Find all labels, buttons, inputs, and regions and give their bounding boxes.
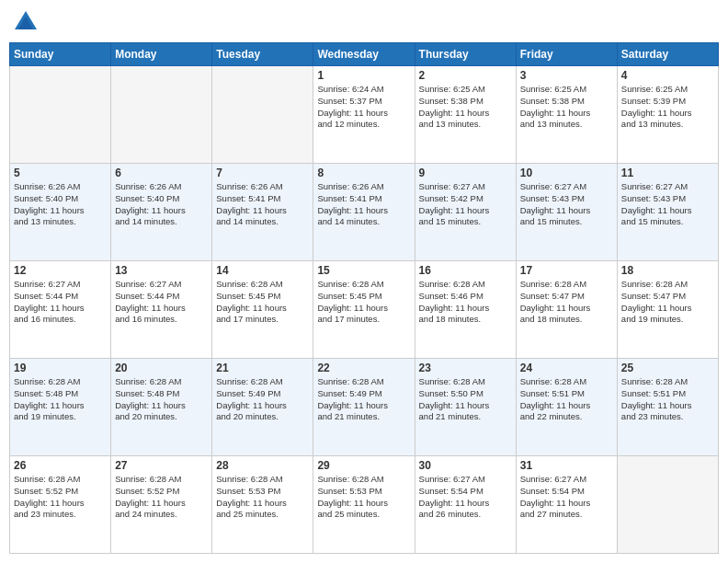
logo-icon: [13, 9, 39, 35]
day-number: 31: [520, 459, 613, 472]
day-info: Sunrise: 6:28 AMSunset: 5:52 PMDaylight:…: [14, 474, 107, 521]
calendar-day-cell: 11Sunrise: 6:27 AMSunset: 5:43 PMDayligh…: [617, 164, 718, 261]
day-info: Sunrise: 6:28 AMSunset: 5:53 PMDaylight:…: [216, 474, 309, 521]
day-info: Sunrise: 6:28 AMSunset: 5:51 PMDaylight:…: [621, 376, 714, 423]
calendar-day-cell: 1Sunrise: 6:24 AMSunset: 5:37 PMDaylight…: [313, 66, 415, 164]
calendar-day-cell: 19Sunrise: 6:28 AMSunset: 5:48 PMDayligh…: [10, 359, 111, 456]
day-number: 1: [317, 69, 410, 82]
calendar-day-cell: 23Sunrise: 6:28 AMSunset: 5:50 PMDayligh…: [415, 359, 516, 456]
calendar-day-cell: [10, 66, 111, 164]
calendar-day-cell: 6Sunrise: 6:26 AMSunset: 5:40 PMDaylight…: [111, 164, 212, 261]
calendar-header-tuesday: Tuesday: [212, 43, 313, 66]
day-number: 13: [115, 264, 208, 277]
day-number: 25: [621, 362, 714, 374]
day-info: Sunrise: 6:27 AMSunset: 5:54 PMDaylight:…: [419, 474, 512, 521]
calendar-day-cell: 28Sunrise: 6:28 AMSunset: 5:53 PMDayligh…: [212, 456, 313, 554]
day-info: Sunrise: 6:28 AMSunset: 5:45 PMDaylight:…: [216, 279, 309, 326]
calendar-header-saturday: Saturday: [617, 43, 718, 66]
day-number: 22: [317, 362, 410, 374]
day-info: Sunrise: 6:28 AMSunset: 5:48 PMDaylight:…: [115, 376, 208, 423]
day-number: 3: [520, 69, 613, 82]
day-number: 6: [115, 167, 208, 179]
day-number: 4: [621, 69, 714, 82]
logo: [13, 9, 42, 35]
day-number: 16: [419, 264, 512, 277]
day-info: Sunrise: 6:26 AMSunset: 5:40 PMDaylight:…: [115, 181, 208, 228]
calendar-day-cell: [111, 66, 212, 164]
day-number: 26: [14, 459, 107, 472]
day-number: 29: [317, 459, 410, 472]
day-number: 20: [115, 362, 208, 374]
day-number: 7: [216, 167, 309, 179]
day-number: 10: [520, 167, 613, 179]
day-info: Sunrise: 6:25 AMSunset: 5:38 PMDaylight:…: [520, 84, 613, 131]
day-number: 2: [419, 69, 512, 82]
day-number: 8: [317, 167, 410, 179]
calendar-day-cell: 25Sunrise: 6:28 AMSunset: 5:51 PMDayligh…: [617, 359, 718, 456]
day-info: Sunrise: 6:28 AMSunset: 5:47 PMDaylight:…: [621, 279, 714, 326]
day-number: 14: [216, 264, 309, 277]
calendar-header-friday: Friday: [516, 43, 617, 66]
calendar-day-cell: 9Sunrise: 6:27 AMSunset: 5:42 PMDaylight…: [415, 164, 516, 261]
calendar-day-cell: 2Sunrise: 6:25 AMSunset: 5:38 PMDaylight…: [415, 66, 516, 164]
calendar-day-cell: 30Sunrise: 6:27 AMSunset: 5:54 PMDayligh…: [415, 456, 516, 554]
calendar-day-cell: 22Sunrise: 6:28 AMSunset: 5:49 PMDayligh…: [313, 359, 415, 456]
day-number: 21: [216, 362, 309, 374]
day-number: 19: [14, 362, 107, 374]
day-number: 28: [216, 459, 309, 472]
day-info: Sunrise: 6:27 AMSunset: 5:43 PMDaylight:…: [520, 181, 613, 228]
day-number: 23: [419, 362, 512, 374]
calendar-day-cell: 14Sunrise: 6:28 AMSunset: 5:45 PMDayligh…: [212, 261, 313, 359]
day-info: Sunrise: 6:26 AMSunset: 5:41 PMDaylight:…: [317, 181, 410, 228]
calendar-week-row: 19Sunrise: 6:28 AMSunset: 5:48 PMDayligh…: [10, 359, 719, 456]
calendar-week-row: 26Sunrise: 6:28 AMSunset: 5:52 PMDayligh…: [10, 456, 719, 554]
calendar-day-cell: 12Sunrise: 6:27 AMSunset: 5:44 PMDayligh…: [10, 261, 111, 359]
calendar-day-cell: 31Sunrise: 6:27 AMSunset: 5:54 PMDayligh…: [516, 456, 617, 554]
day-info: Sunrise: 6:28 AMSunset: 5:48 PMDaylight:…: [14, 376, 107, 423]
day-info: Sunrise: 6:28 AMSunset: 5:52 PMDaylight:…: [115, 474, 208, 521]
day-info: Sunrise: 6:27 AMSunset: 5:42 PMDaylight:…: [419, 181, 512, 228]
day-info: Sunrise: 6:28 AMSunset: 5:53 PMDaylight:…: [317, 474, 410, 521]
calendar-day-cell: 18Sunrise: 6:28 AMSunset: 5:47 PMDayligh…: [617, 261, 718, 359]
day-info: Sunrise: 6:27 AMSunset: 5:43 PMDaylight:…: [621, 181, 714, 228]
day-info: Sunrise: 6:28 AMSunset: 5:46 PMDaylight:…: [419, 279, 512, 326]
day-info: Sunrise: 6:27 AMSunset: 5:44 PMDaylight:…: [115, 279, 208, 326]
day-number: 9: [419, 167, 512, 179]
calendar-day-cell: 16Sunrise: 6:28 AMSunset: 5:46 PMDayligh…: [415, 261, 516, 359]
day-info: Sunrise: 6:27 AMSunset: 5:54 PMDaylight:…: [520, 474, 613, 521]
calendar-header-monday: Monday: [111, 43, 212, 66]
day-number: 24: [520, 362, 613, 374]
day-number: 17: [520, 264, 613, 277]
day-info: Sunrise: 6:27 AMSunset: 5:44 PMDaylight:…: [14, 279, 107, 326]
page: SundayMondayTuesdayWednesdayThursdayFrid…: [0, 0, 728, 563]
calendar-day-cell: 24Sunrise: 6:28 AMSunset: 5:51 PMDayligh…: [516, 359, 617, 456]
calendar-day-cell: 8Sunrise: 6:26 AMSunset: 5:41 PMDaylight…: [313, 164, 415, 261]
day-info: Sunrise: 6:28 AMSunset: 5:50 PMDaylight:…: [419, 376, 512, 423]
calendar-day-cell: 7Sunrise: 6:26 AMSunset: 5:41 PMDaylight…: [212, 164, 313, 261]
day-info: Sunrise: 6:28 AMSunset: 5:45 PMDaylight:…: [317, 279, 410, 326]
calendar-day-cell: 29Sunrise: 6:28 AMSunset: 5:53 PMDayligh…: [313, 456, 415, 554]
day-info: Sunrise: 6:25 AMSunset: 5:38 PMDaylight:…: [419, 84, 512, 131]
calendar-header-wednesday: Wednesday: [313, 43, 415, 66]
calendar-day-cell: 3Sunrise: 6:25 AMSunset: 5:38 PMDaylight…: [516, 66, 617, 164]
calendar-header-sunday: Sunday: [10, 43, 111, 66]
day-number: 11: [621, 167, 714, 179]
calendar-week-row: 1Sunrise: 6:24 AMSunset: 5:37 PMDaylight…: [10, 66, 719, 164]
day-number: 5: [14, 167, 107, 179]
day-info: Sunrise: 6:24 AMSunset: 5:37 PMDaylight:…: [317, 84, 410, 131]
calendar-day-cell: [212, 66, 313, 164]
calendar-header-thursday: Thursday: [415, 43, 516, 66]
calendar-day-cell: 10Sunrise: 6:27 AMSunset: 5:43 PMDayligh…: [516, 164, 617, 261]
calendar-week-row: 5Sunrise: 6:26 AMSunset: 5:40 PMDaylight…: [10, 164, 719, 261]
day-info: Sunrise: 6:28 AMSunset: 5:47 PMDaylight:…: [520, 279, 613, 326]
calendar-day-cell: 13Sunrise: 6:27 AMSunset: 5:44 PMDayligh…: [111, 261, 212, 359]
calendar-header-row: SundayMondayTuesdayWednesdayThursdayFrid…: [10, 43, 719, 66]
day-info: Sunrise: 6:26 AMSunset: 5:40 PMDaylight:…: [14, 181, 107, 228]
calendar-day-cell: [617, 456, 718, 554]
calendar-week-row: 12Sunrise: 6:27 AMSunset: 5:44 PMDayligh…: [10, 261, 719, 359]
calendar: SundayMondayTuesdayWednesdayThursdayFrid…: [9, 42, 719, 554]
day-info: Sunrise: 6:26 AMSunset: 5:41 PMDaylight:…: [216, 181, 309, 228]
header: [9, 9, 719, 35]
day-info: Sunrise: 6:25 AMSunset: 5:39 PMDaylight:…: [621, 84, 714, 131]
day-number: 30: [419, 459, 512, 472]
